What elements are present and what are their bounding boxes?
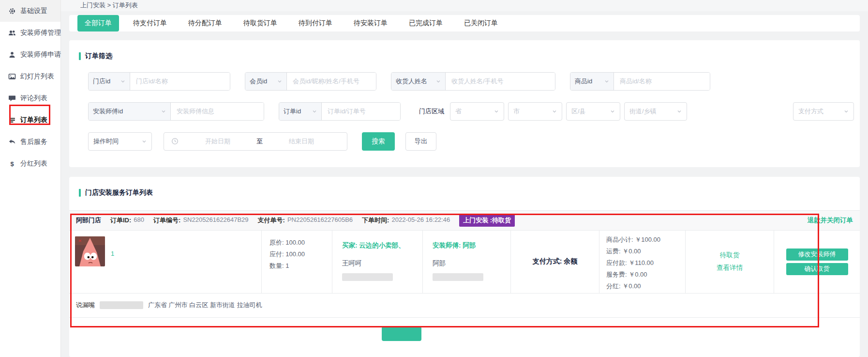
view-details-link[interactable]: 查看详情	[717, 264, 743, 272]
installer-input[interactable]	[171, 103, 264, 120]
address-contact-name: 说漏嘴	[76, 301, 95, 310]
tab-completed[interactable]: 已完成订单	[402, 15, 450, 31]
tab-pending-installation[interactable]: 待安装订单	[346, 15, 395, 31]
buyer-title: 买家: 云边的小卖部、	[342, 241, 422, 250]
tab-all-orders[interactable]: 全部订单	[77, 15, 119, 31]
pending-pickup-status: 待取货	[720, 251, 740, 260]
tab-pending-pickup[interactable]: 待取货订单	[236, 15, 284, 31]
order-filter-panel: 订单筛选 门店id 会员id	[69, 40, 860, 167]
sidebar-item-after-sales[interactable]: 售后服务	[0, 131, 60, 153]
store-filter: 门店id	[88, 72, 230, 91]
chevron-down-icon	[610, 109, 615, 114]
change-installer-button[interactable]: 修改安装师傅	[786, 248, 848, 261]
refund-close-order-link[interactable]: 退款并关闭订单	[808, 216, 853, 225]
address-text: 广东省 广州市 白云区 新市街道 拉油司机	[148, 301, 262, 310]
tab-pending-cod[interactable]: 待到付订单	[291, 15, 340, 31]
partial-bottom-button[interactable]	[382, 326, 421, 341]
buyer-name: 王呵呵	[342, 259, 422, 268]
list-icon	[8, 116, 16, 124]
receiver-input[interactable]	[446, 73, 555, 90]
chevron-down-icon	[552, 109, 557, 114]
date-range-picker[interactable]: 开始日期 至 结束日期	[164, 132, 347, 151]
city-select[interactable]: 市	[508, 102, 562, 121]
gear-icon	[8, 7, 16, 15]
filter-row-2: 安装师傅id 订单id 门店区域 省	[88, 102, 860, 121]
product-image[interactable]	[75, 236, 105, 266]
status-badge: 上门安装 :待取货	[459, 214, 515, 227]
province-select[interactable]: 省	[450, 102, 504, 121]
price-cell: 原价: 100.00 应付: 100.00 数量: 1	[261, 231, 332, 293]
product-input[interactable]	[614, 73, 710, 90]
sidebar-item-order-list[interactable]: 订单列表	[0, 109, 60, 131]
installer-id-select[interactable]: 安装师傅id	[89, 103, 171, 120]
store-id-select[interactable]: 门店id	[89, 73, 130, 90]
sidebar-item-label: 售后服务	[20, 138, 47, 146]
sidebar-item-installer-management[interactable]: 安装师傅管理	[0, 22, 60, 44]
comment-icon	[8, 94, 16, 102]
quantity: 数量: 1	[269, 260, 332, 272]
sidebar-item-dividend-list[interactable]: $ 分红列表	[0, 153, 60, 174]
order-row: 1 原价: 100.00 应付: 100.00 数量: 1 买家: 云边的小卖部…	[69, 231, 860, 294]
member-filter: 会员id	[245, 72, 376, 91]
installer-cell: 安装师傅: 阿部 阿部	[422, 231, 510, 293]
sidebar-item-installer-application[interactable]: 安装师傅申请	[0, 44, 60, 65]
member-id-select[interactable]: 会员id	[245, 73, 287, 90]
breadcrumb-text: 上门安装 > 订单列表	[80, 1, 138, 10]
order-time-pair: 下单时间: 2022-05-26 16:22:46	[362, 216, 450, 225]
district-select[interactable]: 区/县	[566, 102, 620, 121]
tab-pending-payment[interactable]: 待支付订单	[126, 15, 174, 31]
installer-phone-redacted	[433, 273, 483, 281]
store-input[interactable]	[130, 73, 230, 90]
order-id-input[interactable]	[322, 103, 400, 120]
chevron-down-icon	[844, 109, 849, 114]
app-window: 基础设置 安装师傅管理 安装师傅申请 幻灯片列表 评论列表	[0, 0, 868, 357]
shipping-fee: 运费: ￥0.00	[606, 246, 685, 257]
users-icon	[8, 29, 16, 37]
filter-section-title: 订单筛选	[69, 40, 860, 61]
actions-cell: 修改安装师傅 确认取货	[774, 231, 860, 293]
start-date-placeholder[interactable]: 开始日期	[179, 137, 256, 146]
dollar-icon: $	[8, 159, 16, 168]
product-id-select[interactable]: 商品id	[570, 73, 614, 90]
buyer-phone-redacted	[342, 273, 393, 281]
sidebar-item-slideshow-list[interactable]: 幻灯片列表	[0, 65, 60, 87]
search-button[interactable]: 搜索	[362, 132, 395, 151]
svg-text:$: $	[10, 160, 14, 167]
sidebar-item-basic-settings[interactable]: 基础设置	[0, 0, 60, 22]
order-status-tabs: 全部订单 待支付订单 待分配订单 待取货订单 待到付订单 待安装订单 已完成订单…	[69, 15, 860, 31]
member-input[interactable]	[287, 73, 376, 90]
order-id-pair: 订单ID: 680	[110, 216, 144, 225]
payment-method-cell: 支付方式: 余额	[510, 231, 599, 293]
confirm-pickup-button[interactable]: 确认取货	[786, 263, 848, 275]
chevron-down-icon	[120, 79, 125, 84]
main-content: 上门安装 > 订单列表 全部订单 待支付订单 待分配订单 待取货订单 待到付订单…	[61, 0, 868, 357]
order-id-filter: 订单id	[279, 102, 401, 121]
filter-row-1: 门店id 会员id 收货人姓名	[88, 72, 860, 91]
reply-icon	[8, 138, 16, 146]
sidebar-item-label: 安装师傅管理	[20, 29, 61, 37]
amounts-cell: 商品小计: ￥100.00 运费: ￥0.00 应付款: ￥110.00 服务费…	[599, 231, 685, 293]
product-filter: 商品id	[570, 72, 710, 91]
export-button[interactable]: 导出	[405, 132, 436, 151]
operation-time-select[interactable]: 操作时间	[88, 132, 152, 151]
date-separator: 至	[256, 137, 263, 146]
receiver-name-select[interactable]: 收货人姓名	[391, 73, 446, 90]
end-date-placeholder[interactable]: 结束日期	[263, 137, 340, 146]
sidebar-item-comment-list[interactable]: 评论列表	[0, 87, 60, 109]
chevron-down-icon	[677, 109, 682, 114]
payment-method-select[interactable]: 支付方式	[793, 102, 854, 121]
installer-filter: 安装师傅id	[88, 102, 264, 121]
image-icon	[8, 72, 16, 80]
chevron-down-icon	[604, 79, 609, 84]
product-quantity-badge: 1	[111, 250, 114, 257]
order-list-panel: 门店安装服务订单列表 阿部门店 订单ID: 680 订单编号: SN220526…	[69, 177, 860, 357]
tab-closed[interactable]: 已关闭订单	[457, 15, 505, 31]
address-phone-redacted	[100, 301, 143, 309]
payable-price: 应付: 100.00	[269, 248, 332, 260]
original-price: 原价: 100.00	[269, 237, 332, 248]
tab-pending-assignment[interactable]: 待分配订单	[181, 15, 229, 31]
order-id-select[interactable]: 订单id	[279, 103, 322, 120]
sidebar-item-label: 订单列表	[20, 116, 47, 124]
street-select[interactable]: 街道/乡镇	[624, 102, 687, 121]
subtotal: 商品小计: ￥100.00	[606, 234, 685, 246]
